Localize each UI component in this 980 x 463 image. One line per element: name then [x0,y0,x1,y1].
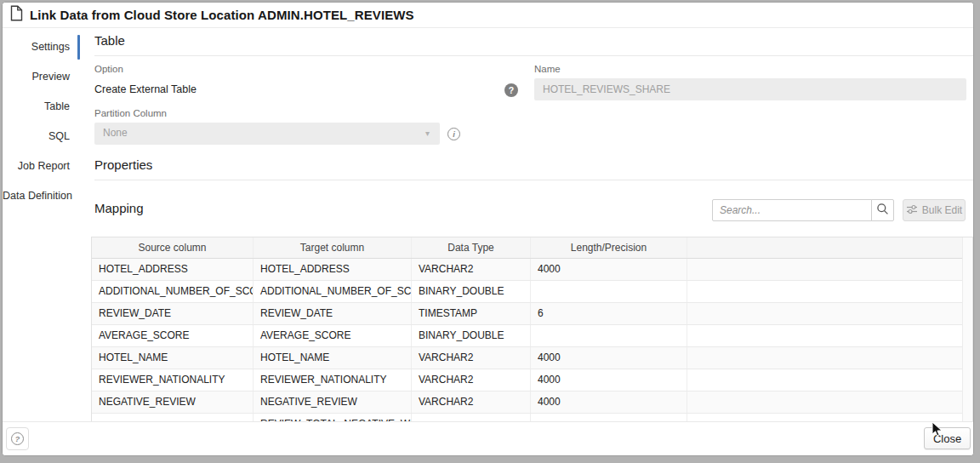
length-precision-cell[interactable]: 4000 [531,369,687,391]
table-row[interactable]: ADDITIONAL_NUMBER_OF_SCOR ADDITIONAL_NUM… [92,281,972,303]
length-precision-cell[interactable]: 4000 [531,347,687,369]
sidebar-item-data-definition[interactable]: Data Definition [3,181,81,211]
column-header-data-type[interactable]: Data Type [412,237,531,258]
table-row[interactable]: AVERAGE_SCORE AVERAGE_SCORE BINARY_DOUBL… [92,325,972,347]
sidebar-item-job-report[interactable]: Job Report [3,151,81,181]
bulk-edit-label: Bulk Edit [922,204,962,216]
help-icon[interactable]: ? [504,83,518,97]
table-section-heading: Table [94,33,973,56]
bulk-edit-button[interactable]: Bulk Edit [903,199,966,221]
option-value: Create External Table [94,83,197,95]
dialog-titlebar: Link Data from Cloud Store Location ADMI… [3,3,973,28]
search-input[interactable] [712,199,872,221]
source-column-cell: AVERAGE_SCORE [92,325,254,346]
source-column-cell: HOTEL_NAME [92,347,254,369]
target-column-cell[interactable]: REVIEW_DATE [254,303,412,324]
source-column-cell: REVIEWER_NATIONALITY [92,369,254,391]
partition-column-select[interactable]: None ▾ [94,123,440,145]
mapping-section-heading: Mapping [94,201,350,223]
column-header-source[interactable]: Source column [92,237,254,258]
column-header-length-precision[interactable]: Length/Precision [531,237,687,258]
target-column-cell[interactable]: HOTEL_NAME [254,347,412,369]
help-circle-icon: ? [11,432,24,445]
name-label: Name [534,64,561,74]
source-column-cell: ADDITIONAL_NUMBER_OF_SCOR [92,281,254,302]
sliders-icon [906,204,918,217]
table-scrollbar[interactable] [962,237,972,422]
length-precision-cell[interactable] [531,281,687,302]
target-column-cell[interactable]: ADDITIONAL_NUMBER_OF_SCOR [254,281,412,302]
target-column-cell[interactable]: AVERAGE_SCORE [254,325,412,346]
chevron-down-icon: ▾ [425,123,430,145]
option-label: Option [94,64,123,74]
length-precision-cell[interactable]: 4000 [531,392,687,413]
info-icon[interactable]: i [447,128,460,140]
dialog-footer: ? Close [3,421,973,455]
search-icon [876,203,889,219]
link-data-dialog: Link Data from Cloud Store Location ADMI… [2,2,974,456]
sidebar-item-settings[interactable]: Settings [3,32,81,62]
column-header-target[interactable]: Target column [254,237,412,258]
data-type-cell[interactable]: VARCHAR2 [412,392,531,413]
target-column-cell[interactable]: REVIEWER_NATIONALITY [254,369,412,391]
table-row[interactable]: HOTEL_NAME HOTEL_NAME VARCHAR2 4000 [92,347,972,369]
length-precision-cell[interactable]: 6 [531,303,687,324]
document-icon [10,5,23,25]
source-column-cell: REVIEW_DATE [92,303,254,324]
data-type-cell[interactable]: TIMESTAMP [412,303,531,324]
column-header-filler [687,237,972,258]
source-column-cell: HOTEL_ADDRESS [92,259,254,280]
sidebar: Settings Preview Table SQL Job Report Da… [3,28,81,421]
mapping-table-header: Source column Target column Data Type Le… [92,237,972,259]
footer-help-button[interactable]: ? [6,427,29,450]
partition-column-label: Partition Column [94,108,167,118]
data-type-cell[interactable]: VARCHAR2 [412,347,531,369]
table-row[interactable]: HOTEL_ADDRESS HOTEL_ADDRESS VARCHAR2 400… [92,259,972,281]
close-button[interactable]: Close [924,427,971,449]
length-precision-cell[interactable]: 4000 [531,259,687,280]
name-input[interactable] [534,78,966,100]
properties-section-heading: Properties [94,157,973,180]
sidebar-item-table[interactable]: Table [3,92,81,122]
table-row[interactable]: NEGATIVE_REVIEW NEGATIVE_REVIEW VARCHAR2… [92,392,972,414]
search-button[interactable] [871,199,894,221]
data-type-cell[interactable]: BINARY_DOUBLE [412,281,531,302]
dialog-title: Link Data from Cloud Store Location ADMI… [30,8,414,22]
mapping-table: Source column Target column Data Type Le… [91,237,973,423]
sidebar-item-preview[interactable]: Preview [3,62,81,92]
source-column-cell: NEGATIVE_REVIEW [92,392,254,413]
target-column-cell[interactable]: HOTEL_ADDRESS [254,259,412,280]
data-type-cell[interactable]: VARCHAR2 [412,259,531,280]
data-type-cell[interactable]: VARCHAR2 [412,369,531,391]
target-column-cell[interactable]: NEGATIVE_REVIEW [254,392,412,413]
table-row[interactable]: REVIEWER_NATIONALITY REVIEWER_NATIONALIT… [92,369,972,392]
sidebar-item-sql[interactable]: SQL [3,122,81,151]
length-precision-cell[interactable] [531,325,687,346]
data-type-cell[interactable]: BINARY_DOUBLE [412,325,531,346]
table-row[interactable]: REVIEW_DATE REVIEW_DATE TIMESTAMP 6 [92,303,972,325]
